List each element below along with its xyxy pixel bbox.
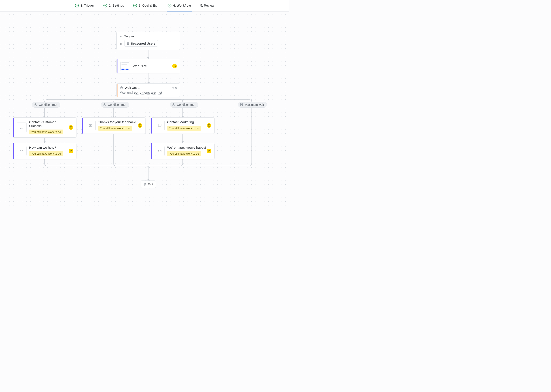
check-icon (133, 4, 137, 7)
alarm-clock-icon (240, 103, 243, 106)
trigger-in-text: in (120, 42, 122, 45)
tab-label: 1. Trigger (80, 4, 94, 7)
draft-badge (207, 123, 211, 128)
draft-badge (172, 64, 177, 68)
todo-chip: You still have work to do (29, 130, 63, 134)
mail-icon (86, 121, 96, 130)
todo-chip: You still have work to do (29, 151, 63, 156)
tab-label: 4. Workflow (173, 4, 191, 7)
tab-trigger[interactable]: 1. Trigger (74, 0, 95, 12)
chat-icon (17, 123, 27, 132)
draft-badge (207, 149, 211, 153)
svg-line-17 (144, 183, 146, 184)
node-accent (117, 84, 117, 97)
node-title: We're happy you're happy! (167, 146, 207, 149)
svg-point-8 (127, 43, 128, 44)
branch-label-text: Condition met (108, 103, 126, 106)
mail-icon (17, 146, 27, 156)
lightning-icon (120, 35, 123, 38)
branch-label-condition-3[interactable]: Condition met (170, 102, 198, 108)
node-title: Contact Customer Success (29, 120, 69, 128)
branch-label-text: Condition met (39, 103, 57, 106)
node-title: Thanks for your feedback! (98, 120, 138, 124)
todo-chip: You still have work to do (167, 126, 201, 131)
tab-workflow[interactable]: 4. Workflow (167, 0, 192, 12)
tab-review[interactable]: 5. Review (199, 0, 215, 12)
todo-chip: You still have work to do (167, 151, 201, 156)
nps-thumb-icon (120, 61, 130, 71)
exit-icon (143, 183, 146, 186)
node-wait-until[interactable]: Wait Until… 0 Wait until conditions are … (116, 84, 180, 97)
node-accent (117, 59, 117, 73)
node-how-can-we-help[interactable]: How can we help? You still have work to … (13, 143, 77, 159)
person-check-icon (34, 103, 37, 106)
target-icon (127, 42, 130, 45)
branch-label-text: Maximum wait (245, 103, 264, 106)
workflow-canvas[interactable]: Trigger in Seasoned Users (0, 12, 289, 207)
person-icon (172, 86, 174, 89)
tab-label: 5. Review (200, 4, 214, 7)
wizard-tabs: 1. Trigger 2. Settings 3. Goal & Exit 4.… (0, 0, 289, 12)
node-title: Contact Marketing (167, 120, 207, 124)
check-icon (168, 4, 171, 7)
mail-icon (155, 146, 165, 156)
branch-label-condition-1[interactable]: Condition met (32, 102, 60, 108)
exit-label: Exit (148, 182, 153, 186)
branch-label-condition-2[interactable]: Condition met (101, 102, 129, 108)
draft-badge (69, 125, 73, 130)
node-contact-customer-success[interactable]: Contact Customer Success You still have … (13, 117, 77, 138)
svg-point-7 (127, 42, 129, 45)
draft-badge (138, 123, 142, 128)
node-accent (13, 143, 14, 159)
tab-label: 2. Settings (109, 4, 124, 7)
audience-pill[interactable]: Seasoned Users (124, 40, 158, 47)
svg-marker-6 (120, 35, 122, 38)
node-title: How can we help? (29, 146, 69, 149)
trigger-title: Trigger (124, 35, 134, 38)
node-accent (151, 143, 152, 159)
draft-badge (69, 149, 73, 153)
node-accent (13, 118, 14, 137)
hand-wait-icon (120, 86, 123, 89)
todo-chip: You still have work to do (98, 126, 132, 131)
svg-point-12 (173, 104, 174, 105)
wait-count: 0 (172, 86, 177, 89)
branch-label-max-wait[interactable]: Maximum wait (238, 102, 267, 108)
node-title: Web NPS (133, 64, 172, 68)
svg-point-11 (104, 104, 105, 105)
svg-point-10 (35, 104, 36, 105)
trigger-node[interactable]: Trigger in Seasoned Users (116, 32, 180, 50)
node-happy-youre-happy[interactable]: We're happy you're happy! You still have… (151, 143, 215, 159)
node-thanks-feedback[interactable]: Thanks for your feedback! You still have… (82, 117, 146, 134)
wait-subtitle: Wait until conditions are met (120, 91, 177, 94)
audience-name: Seasoned Users (131, 42, 156, 45)
node-accent (151, 118, 152, 133)
person-check-icon (103, 103, 106, 106)
tab-goal-exit[interactable]: 3. Goal & Exit (132, 0, 159, 12)
node-accent (82, 118, 83, 133)
wait-title: Wait Until… (125, 86, 141, 89)
chat-icon (155, 121, 165, 130)
branch-label-text: Condition met (177, 103, 195, 106)
check-icon (75, 4, 79, 7)
tab-settings[interactable]: 2. Settings (103, 0, 125, 12)
check-icon (103, 4, 107, 7)
svg-point-9 (173, 87, 174, 87)
node-contact-marketing[interactable]: Contact Marketing You still have work to… (151, 117, 215, 134)
tab-label: 3. Goal & Exit (139, 4, 158, 7)
exit-node[interactable]: Exit (141, 181, 156, 188)
person-check-icon (172, 103, 175, 106)
node-web-nps[interactable]: Web NPS (116, 59, 180, 73)
